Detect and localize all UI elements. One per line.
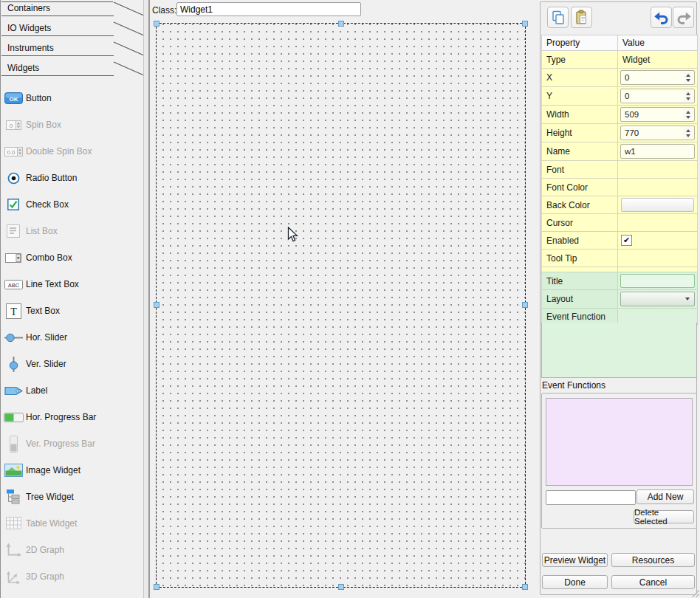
cancel-button[interactable]: Cancel — [611, 575, 695, 589]
copy-button[interactable] — [547, 7, 569, 28]
add-new-button[interactable]: Add New — [636, 489, 694, 504]
sidebar-tab-containers[interactable]: Containers — [1, 1, 151, 21]
spin-down-icon[interactable] — [686, 79, 690, 82]
event-function-area — [541, 323, 697, 378]
spinbox-icon: 0 — [1, 120, 26, 131]
resize-handle-top-right[interactable] — [522, 21, 528, 27]
property-dropdown-layout[interactable] — [620, 292, 695, 306]
resize-handle-bottom-left[interactable] — [154, 584, 159, 590]
radio-button-icon — [1, 172, 26, 185]
preview-widget-button[interactable]: Preview Widget — [542, 553, 608, 567]
event-function-name-input[interactable] — [546, 490, 636, 505]
svg-text:ABC: ABC — [7, 281, 19, 288]
paste-button[interactable] — [571, 7, 592, 28]
sidebar-tab-widgets[interactable]: Widgets — [1, 61, 151, 80]
property-spinbox-width[interactable]: 509 — [620, 107, 695, 122]
spin-down-icon[interactable] — [686, 97, 690, 100]
class-label: Class: — [152, 5, 176, 16]
palette-item-label: Image Widget — [26, 465, 80, 475]
property-column-header: Property — [542, 35, 618, 51]
property-spinbox-x[interactable]: 0 — [620, 70, 695, 85]
palette-item-label[interactable]: Label — [1, 377, 143, 404]
palette-item-radio-button[interactable]: Radio Button — [1, 165, 143, 191]
resize-handle-top-middle[interactable] — [338, 21, 344, 27]
spin-arrows[interactable] — [683, 72, 693, 83]
combobox-icon — [1, 252, 26, 264]
palette-item-label: Double Spin Box — [26, 146, 92, 157]
redo-button[interactable] — [673, 7, 694, 28]
spin-up-icon[interactable] — [686, 92, 690, 95]
spin-arrows[interactable] — [683, 127, 693, 139]
palette-item-label: Ver. Progress Bar — [26, 439, 95, 449]
tab-label: Instruments — [7, 43, 54, 53]
spin-arrows[interactable] — [683, 90, 693, 102]
tab-label: Widgets — [7, 63, 39, 73]
property-color-button-back-color[interactable] — [621, 198, 694, 212]
property-value-cell-title — [618, 272, 698, 290]
done-button[interactable]: Done — [542, 575, 608, 589]
property-row-font: Font — [542, 161, 698, 179]
mouse-cursor — [287, 227, 298, 244]
palette-item-tree-widget[interactable]: Tree Widget — [1, 484, 143, 510]
property-label-height: Height — [542, 124, 618, 142]
chevron-down-icon — [685, 298, 690, 300]
property-row-type: TypeWidget — [542, 51, 698, 69]
spin-up-icon[interactable] — [686, 129, 690, 132]
property-value-cell-layout — [618, 290, 698, 309]
window-resize-grip[interactable] — [691, 589, 699, 597]
spin-value: 509 — [621, 110, 639, 119]
sidebar-tab-io-widgets[interactable]: IO Widgets — [1, 21, 151, 41]
sidebar-tab-instruments[interactable]: Instruments — [1, 41, 151, 61]
property-input-name[interactable]: w1 — [620, 144, 695, 159]
resize-handle-bottom-middle[interactable] — [338, 584, 344, 590]
design-area: Class: — [150, 0, 538, 598]
resize-handle-right-middle[interactable] — [522, 302, 528, 308]
palette-item-list-box: List Box — [1, 218, 143, 244]
palette-item-line-text-box[interactable]: ABCLine Text Box — [1, 271, 143, 298]
resources-button[interactable]: Resources — [611, 553, 695, 567]
sidebar-scrollbar[interactable] — [143, 0, 150, 598]
spin-down-icon[interactable] — [686, 134, 690, 137]
vslider-icon — [1, 356, 26, 373]
palette-item-image-widget[interactable]: Image Widget — [1, 457, 143, 484]
spin-down-icon[interactable] — [686, 116, 690, 119]
property-spinbox-height[interactable]: 770 — [620, 126, 695, 140]
property-value-cell-enabled: ✔ — [618, 232, 698, 250]
palette-item-check-box[interactable]: Check Box — [1, 191, 143, 218]
property-input-title[interactable] — [620, 274, 695, 288]
property-label-y: Y — [542, 87, 618, 106]
property-row-tool-tip: Tool Tip — [542, 250, 698, 267]
palette-item-hor-progress-bar[interactable]: Hor. Progress Bar — [1, 404, 143, 430]
palette-item-label: Hor. Slider — [26, 332, 67, 343]
palette-item-text-box[interactable]: TText Box — [1, 298, 143, 324]
spin-up-icon[interactable] — [686, 74, 690, 77]
property-checkbox-enabled[interactable]: ✔ — [621, 235, 632, 246]
spin-value: 0 — [621, 92, 629, 100]
spin-up-icon[interactable] — [686, 111, 690, 114]
property-value-cell-cursor — [618, 214, 698, 232]
undo-button[interactable] — [651, 7, 672, 28]
property-label-back-color: Back Color — [542, 196, 618, 214]
palette-item-hor-slider[interactable]: Hor. Slider — [1, 324, 143, 351]
resize-handle-left-middle[interactable] — [154, 302, 159, 308]
checkbox-icon — [1, 199, 26, 210]
hprogressbar-icon — [1, 413, 26, 422]
palette-item-spin-box: 0Spin Box — [1, 111, 143, 138]
event-functions-list[interactable] — [546, 398, 693, 486]
spin-arrows[interactable] — [683, 109, 693, 120]
palette-item-combo-box[interactable]: Combo Box — [1, 244, 143, 271]
property-value-cell-width: 509 — [618, 106, 698, 124]
property-spinbox-y[interactable]: 0 — [620, 89, 695, 103]
property-row-font-color: Font Color — [542, 179, 698, 196]
palette-item-ver-slider[interactable]: Ver. Slider — [1, 351, 143, 377]
property-row-enabled: Enabled✔ — [542, 232, 698, 250]
design-canvas[interactable] — [156, 23, 526, 588]
class-input[interactable] — [176, 2, 361, 16]
palette-item-button[interactable]: OKButton — [1, 85, 143, 111]
resize-handle-bottom-right[interactable] — [522, 584, 528, 590]
property-value-cell-type: Widget — [618, 51, 698, 69]
property-label-width: Width — [542, 106, 618, 124]
delete-selected-button[interactable]: Delete Selected — [634, 510, 694, 523]
resize-handle-top-left[interactable] — [154, 21, 159, 27]
image-widget-icon — [1, 464, 26, 477]
